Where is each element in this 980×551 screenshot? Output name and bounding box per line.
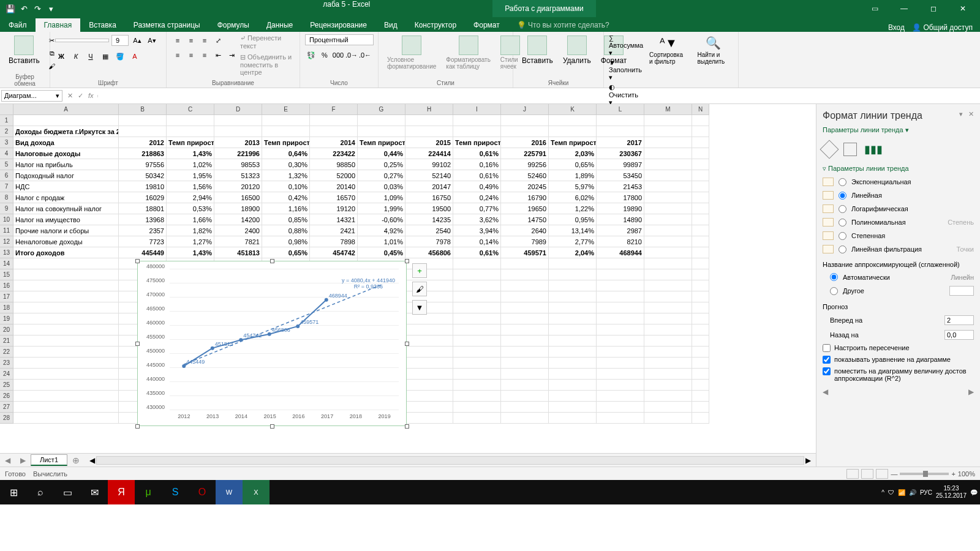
italic-button[interactable]: К [70, 50, 82, 62]
save-icon[interactable]: 💾 [5, 3, 16, 14]
fill-line-tab-icon[interactable] [820, 140, 839, 159]
zoom-in-icon[interactable]: + [951, 470, 955, 478]
action-center-icon[interactable]: 💬 [970, 489, 978, 496]
align-left-icon[interactable]: ≡ [172, 49, 184, 61]
conditional-format-button[interactable]: Условное форматирование [383, 34, 440, 71]
pane-hscroll-right-icon[interactable]: ▶ [968, 388, 974, 396]
font-size-dropdown[interactable]: 9 [111, 35, 129, 46]
task-view-icon[interactable]: ▭ [54, 480, 81, 504]
tab-view[interactable]: Вид [375, 18, 406, 32]
find-select-button[interactable]: 🔍Найти и выделить [693, 34, 733, 66]
trendline-options-tab-icon[interactable]: ▮▮▮ [864, 143, 878, 156]
underline-button[interactable]: Ч [85, 50, 97, 62]
tab-page-layout[interactable]: Разметка страницы [125, 18, 209, 32]
share-button[interactable]: 👤 Общий доступ [912, 23, 973, 32]
tab-formulas[interactable]: Формулы [209, 18, 258, 32]
sort-filter-button[interactable]: ᴬ▼Сортировка и фильтр [646, 34, 691, 66]
tray-time[interactable]: 15:23 [936, 485, 967, 492]
pane-close-icon[interactable]: ✕ [968, 110, 974, 118]
align-right-icon[interactable]: ≡ [198, 49, 211, 61]
excel-icon[interactable]: X [243, 480, 270, 504]
qat-customize-icon[interactable]: ▾ [45, 3, 56, 14]
embedded-chart[interactable]: 4300004350004400004450004500004550004600… [137, 261, 407, 426]
format-as-table-button[interactable]: Форматировать как таблицу [442, 34, 494, 71]
fill-button[interactable]: ▼ Заполнить ▾ [609, 59, 643, 81]
hscroll-right-icon[interactable]: ▶ [805, 456, 811, 465]
zoom-level[interactable]: 100% [958, 470, 975, 478]
tray-date[interactable]: 25.12.2017 [936, 492, 967, 500]
tray-volume-icon[interactable]: 🔊 [909, 489, 916, 496]
indent-inc-icon[interactable]: ⇥ [225, 49, 238, 61]
tray-up-icon[interactable]: ^ [881, 489, 884, 496]
increase-font-icon[interactable]: A▴ [131, 34, 143, 47]
normal-view-icon[interactable] [846, 469, 859, 479]
tray-lang[interactable]: РУС [920, 489, 932, 496]
sheet-nav-next-icon[interactable]: ▶ [15, 456, 31, 465]
tray-defender-icon[interactable]: 🛡 [888, 489, 894, 496]
start-button[interactable]: ⊞ [0, 480, 27, 504]
status-calc[interactable]: Вычислить [33, 470, 67, 478]
tab-insert[interactable]: Вставка [80, 18, 125, 32]
dec-decimal-icon[interactable]: .0← [359, 49, 371, 61]
effects-tab-icon[interactable] [843, 143, 857, 156]
chart-styles-icon[interactable]: 🖌 [412, 282, 427, 296]
yandex-icon[interactable]: Я [108, 480, 135, 504]
moving-avg-radio[interactable] [839, 246, 846, 253]
logarithmic-radio[interactable] [839, 205, 846, 213]
chart-filters-icon[interactable]: ▼ [412, 300, 427, 315]
sheet-tab[interactable]: Лист1 [31, 454, 67, 466]
align-top-icon[interactable]: ≡ [172, 34, 184, 47]
align-bottom-icon[interactable]: ≡ [198, 34, 211, 47]
tray-network-icon[interactable]: 📶 [898, 489, 905, 496]
name-other-radio[interactable] [830, 287, 838, 295]
align-middle-icon[interactable]: ≡ [185, 34, 197, 47]
show-r2-checkbox[interactable] [823, 367, 831, 375]
page-break-view-icon[interactable] [876, 469, 888, 479]
opera-icon[interactable]: O [189, 480, 216, 504]
utorrent-icon[interactable]: μ [135, 480, 162, 504]
pane-subtitle[interactable]: Параметры линии тренда ▾ [823, 126, 974, 139]
pane-dropdown-icon[interactable]: ▾ [959, 110, 963, 118]
word-icon[interactable]: W [216, 480, 243, 504]
merge-center-button[interactable]: ⊟ Объединить и поместить в центре [240, 53, 295, 76]
chart-elements-icon[interactable]: + [412, 263, 427, 278]
fx-icon[interactable]: fx [88, 92, 94, 100]
bold-button[interactable]: Ж [55, 50, 67, 62]
power-radio[interactable] [839, 232, 846, 240]
polynomial-radio[interactable] [839, 219, 846, 227]
skype-icon[interactable]: S [162, 480, 189, 504]
decrease-font-icon[interactable]: A▾ [146, 34, 158, 47]
enter-formula-icon[interactable]: ✓ [78, 92, 83, 100]
maximize-icon[interactable]: ◻ [921, 4, 946, 13]
hscroll-left-icon[interactable]: ◀ [89, 456, 95, 465]
close-icon[interactable]: ✕ [951, 4, 975, 13]
name-other-input[interactable] [949, 286, 974, 296]
forecast-forward-input[interactable] [944, 315, 974, 325]
formula-input[interactable] [97, 95, 980, 97]
number-format-dropdown[interactable]: Процентный [305, 34, 374, 45]
page-layout-view-icon[interactable] [861, 469, 873, 479]
mail-icon[interactable]: ✉ [81, 480, 108, 504]
redo-icon[interactable]: ↷ [32, 3, 43, 14]
font-name-dropdown[interactable] [55, 39, 109, 42]
sign-in[interactable]: Вход [888, 23, 905, 32]
pane-hscroll-left-icon[interactable]: ◀ [823, 388, 828, 396]
tab-chart-design[interactable]: Конструктор [406, 18, 465, 32]
tab-home[interactable]: Главная [36, 18, 81, 32]
search-icon[interactable]: ⌕ [27, 480, 54, 504]
tab-data[interactable]: Данные [258, 18, 301, 32]
currency-icon[interactable]: 💱 [305, 49, 317, 61]
tab-file[interactable]: Файл [0, 18, 36, 32]
horizontal-scrollbar[interactable] [96, 456, 804, 465]
font-color-icon[interactable]: A [129, 50, 141, 62]
autosum-button[interactable]: ∑ Автосумма ▾ [609, 34, 643, 57]
delete-cells-button[interactable]: Удалить [559, 34, 595, 66]
inc-decimal-icon[interactable]: .0→ [345, 49, 358, 61]
zoom-out-icon[interactable]: — [891, 470, 897, 478]
undo-icon[interactable]: ↶ [18, 3, 29, 14]
set-intercept-checkbox[interactable] [823, 344, 831, 352]
tab-review[interactable]: Рецензирование [301, 18, 375, 32]
orientation-icon[interactable]: ⤢ [212, 34, 224, 47]
show-equation-checkbox[interactable] [823, 356, 831, 364]
fill-color-icon[interactable]: 🪣 [114, 50, 126, 62]
